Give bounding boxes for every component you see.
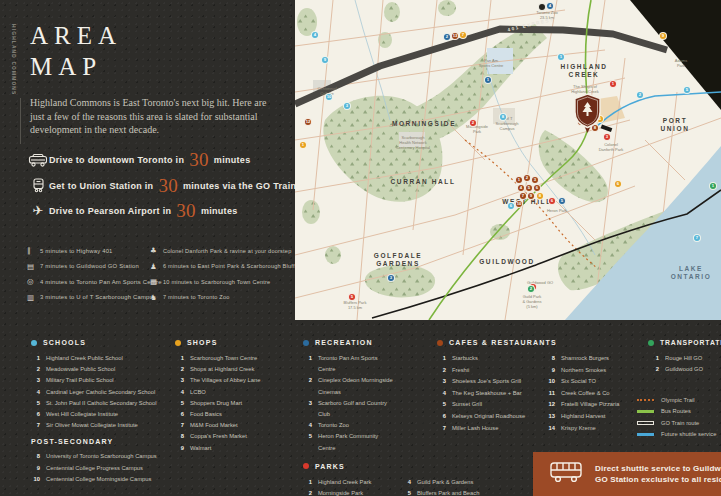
column-shops: SHOPS 1Scarborough Town Centre2Shops at …: [175, 339, 260, 454]
map-marker-cafes: 5: [525, 184, 533, 192]
list-item: 3Scarboro Golf and Country Club: [303, 398, 395, 420]
map-marker-recreation: 1: [484, 76, 492, 84]
legend-shuttle: Future shuttle service: [637, 429, 716, 441]
facts-right: ♣ Colonel Danforth Park & ravine at your…: [150, 243, 298, 305]
map-marker-parks: 2: [469, 119, 477, 127]
map-marker-shops: 6: [614, 180, 622, 188]
fact-row: ▥ 3 minutes to U of T Scarborough Campus: [27, 290, 162, 306]
list-item: 4Guild Park & Gardens: [402, 477, 479, 488]
map-marker-cafes: 13: [451, 32, 459, 40]
fact-text: 6 minutes to East Point Park & Scarborou…: [163, 263, 298, 269]
parks-dot: [303, 463, 309, 469]
cafes-title: CAFES & RESTAURANTS: [449, 339, 557, 346]
map-marker-cafes: 2: [523, 174, 531, 182]
map-marker-schools: 10: [325, 93, 333, 101]
list-item: 14Krispy Kreme: [546, 423, 620, 435]
list-item: 9Northern Smokes: [546, 365, 620, 377]
fact-text: 10 minutes to Scarborough Town Centre: [163, 279, 270, 285]
map-marker-schools: 7: [693, 234, 701, 242]
map-poi-label: Colonel Danforth Park: [599, 143, 624, 153]
map-area-label: PORT UNION: [652, 117, 698, 133]
map-marker-cafes: 3: [531, 176, 539, 184]
map-marker-parks: 5: [348, 293, 356, 301]
shops-list: 1Scarborough Town Centre2Shops at Highla…: [175, 353, 260, 454]
list-item: 5Bluffers Park and Beach: [402, 488, 479, 496]
list-item: 4Toronto Zoo: [303, 420, 395, 431]
list-item: 2Shops at Highland Creek: [175, 364, 260, 375]
fact-row: ▤ 7 minutes to Guildwood GO Station: [27, 259, 162, 275]
map-marker-schools: 9: [321, 56, 329, 64]
fact-icon: ♟: [150, 262, 163, 271]
fact-text: 7 minutes to Toronto Zoo: [163, 294, 230, 300]
olympic-trail-swatch: [637, 399, 654, 401]
list-item: 4The Keg Steakhouse + Bar: [437, 388, 532, 400]
list-item: 5Heron Park Community Centre: [303, 431, 395, 453]
fact-text: 5 minutes to Highway 401: [40, 248, 113, 254]
map-marker-schools: 6: [507, 202, 515, 210]
schools-dot: [31, 340, 37, 346]
list-item: 7Sir Oliver Mowat Collegiate Institute: [31, 420, 157, 431]
map-legend: Olympic Trail Bus Routes GO Train route …: [637, 394, 716, 440]
shuttle-banner-text: Direct shuttle service to Guildwood GO S…: [595, 463, 721, 486]
list-item: 4LCBO: [175, 387, 260, 398]
page-title: AREA MAP: [30, 20, 122, 82]
list-item: 11Creek Coffee & Co: [546, 388, 620, 400]
fact-icon: ♣: [150, 246, 163, 255]
schools-header: SCHOOLS: [31, 339, 157, 346]
list-item: 5Sunset Grill: [437, 399, 532, 411]
page-title-line2: MAP: [30, 51, 122, 82]
fact-row: ♞ 7 minutes to Toronto Zoo: [150, 290, 298, 306]
list-item: 2Freshii: [437, 365, 532, 377]
fact-icon: ▤: [27, 262, 40, 271]
page-title-line1: AREA: [30, 20, 122, 51]
commute-text: minutes: [201, 206, 238, 216]
post-secondary-header: POST-SECONDARY: [31, 438, 157, 445]
map-marker-parks: 3: [603, 133, 611, 141]
commute-row-downtown: Drive to downtown Toronto in30minutes: [27, 150, 250, 169]
map-marker-schools: 4: [311, 31, 319, 39]
map-poi-label: Morningside Park: [466, 125, 488, 135]
map-marker-schools: 5: [683, 86, 691, 94]
list-item: 6Kelseys Original Roadhouse: [437, 411, 532, 423]
list-item: 6West Hill Collegiate Institute: [31, 409, 157, 420]
map-marker-recreation: 5: [558, 197, 566, 205]
map-poi-label: Adams Park: [675, 59, 687, 69]
shuttle-swatch: [637, 433, 654, 436]
map-poi-label: Heron Park: [547, 209, 567, 214]
transportation-list: 1Rouge Hill GO2Guildwood GO: [650, 353, 721, 375]
map-marker-schools: 2: [636, 91, 644, 99]
map-poi-label: Guild Park & Gardens (5 km): [522, 295, 541, 309]
fact-text: 3 minutes to U of T Scarborough Campus: [40, 294, 156, 300]
column-cafes: CAFES & RESTAURANTS 1Starbucks2Freshii3S…: [437, 339, 620, 434]
post-secondary-list: 8University of Toronto Scarborough Campu…: [31, 451, 157, 485]
commute-text: Get to Union Station in: [49, 181, 153, 191]
intro-paragraph: Highland Commons is East Toronto's next …: [30, 96, 282, 137]
map-marker-parks: 1: [609, 80, 617, 88]
map-marker-shops: 1: [299, 141, 307, 149]
map-marker-schools: 3: [343, 102, 351, 110]
list-item: 3Military Trail Public School: [31, 375, 157, 386]
map-marker-cafes: 10: [515, 200, 523, 208]
cafes-header: CAFES & RESTAURANTS: [437, 339, 620, 346]
fact-row: ♣ Colonel Danforth Park & ravine at your…: [150, 243, 298, 259]
rail-divider: [20, 98, 21, 144]
map-marker-shops: 7: [459, 31, 467, 39]
fact-row: ∥ 5 minutes to Highway 401: [27, 243, 162, 259]
commute-minutes: 30: [176, 201, 196, 220]
map-marker-transportation: 1: [709, 182, 717, 190]
commute-minutes: 30: [158, 176, 178, 195]
legend-go-train: GO Train route: [637, 417, 716, 429]
shuttle-banner: Direct shuttle service to Guildwood GO S…: [533, 452, 721, 496]
map-marker-transportation: 2: [527, 285, 535, 293]
schools-title: SCHOOLS: [43, 339, 86, 346]
schools-list: 1Highland Creek Public School2Meadowvale…: [31, 353, 157, 431]
map-marker-shops: 8: [536, 192, 544, 200]
list-item: 8University of Toronto Scarborough Campu…: [31, 451, 157, 462]
parks-header: PARKS: [303, 463, 479, 470]
parks-list-col1: 1Highland Creek Park2Morningside Park3Co…: [303, 477, 375, 496]
shops-header: SHOPS: [175, 339, 260, 346]
map-area-label: GUILDWOOD: [479, 258, 535, 266]
map-marker-recreation: 3: [387, 274, 395, 282]
map-area-label: GOLFDALE GARDENS: [374, 252, 423, 268]
fact-icon: ▥: [27, 293, 40, 302]
